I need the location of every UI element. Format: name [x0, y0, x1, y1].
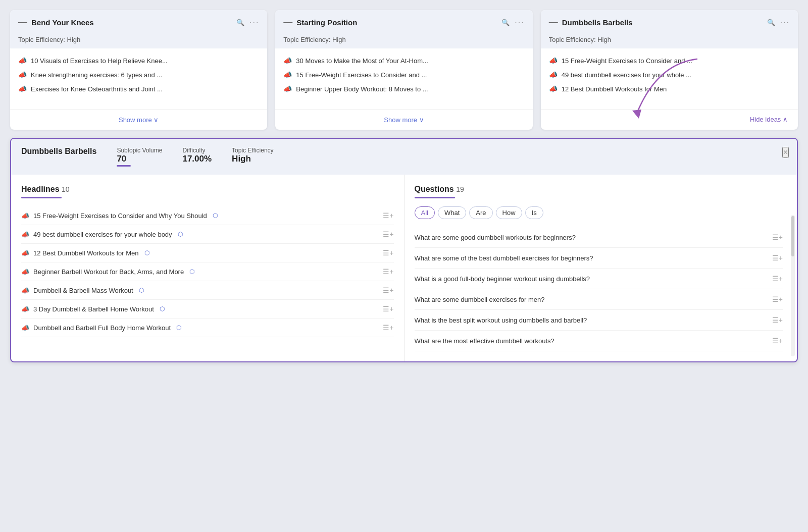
headline-text: 3 Day Dumbbell & Barbell Home Workout [33, 305, 154, 313]
card-bend-your-knees: — Bend Your Knees 🔍 ··· Topic Efficiency… [10, 10, 267, 130]
filter-tab-all[interactable]: All [415, 206, 435, 219]
question-item: What is a good full-body beginner workou… [415, 269, 783, 289]
top-cards-section: — Bend Your Knees 🔍 ··· Topic Efficiency… [10, 10, 798, 130]
list-add-icon[interactable]: ☰+ [772, 275, 783, 283]
search-icon[interactable]: 🔍 [236, 19, 244, 26]
difficulty-stat: Difficulty 17.00% [182, 147, 212, 164]
scrollbar-track[interactable] [791, 215, 795, 356]
megaphone-icon: 📣 [21, 324, 29, 332]
card-header-right: 🔍 ··· [236, 18, 259, 27]
external-link-icon[interactable]: ⬡ [213, 212, 218, 219]
more-icon[interactable]: ··· [515, 18, 524, 27]
scrollbar-thumb[interactable] [791, 216, 794, 256]
card-title-bend-your-knees: Bend Your Knees [31, 18, 94, 27]
more-icon[interactable]: ··· [780, 18, 790, 27]
questions-count: 19 [456, 185, 464, 193]
card-dash: — [549, 17, 558, 28]
card-subtitle-bend-your-knees: Topic Efficiency: High [10, 33, 267, 48]
list-add-icon[interactable]: ☰+ [383, 305, 393, 313]
headline-item: 📣 Dumbbell and Barbell Full Body Home Wo… [21, 318, 394, 337]
card-header-right: 🔍 ··· [767, 18, 790, 27]
question-text: What are some of the best dumbbell exerc… [415, 254, 772, 262]
panel-close-button[interactable]: × [782, 147, 789, 158]
headline-item-left: 📣 Dumbbell and Barbell Full Body Home Wo… [21, 324, 383, 332]
headline-item: 📣 12 Best Dumbbell Workouts for Men ⬡ ☰+ [21, 244, 394, 262]
subtopic-volume-value: 70 [117, 154, 126, 164]
headline-text: Dumbbell & Barbell Mass Workout [33, 287, 133, 294]
subtopic-volume-label: Subtopic Volume [117, 147, 162, 154]
list-add-icon[interactable]: ☰+ [772, 295, 783, 303]
filter-tab-are[interactable]: Are [469, 206, 492, 219]
topic-efficiency-label: Topic Efficiency [232, 147, 273, 154]
question-text: What are the most effective dumbbell wor… [415, 337, 772, 345]
subtopic-volume-underline [117, 165, 131, 167]
hide-ideas-link[interactable]: Hide ideas ∧ [750, 116, 788, 123]
list-add-icon[interactable]: ☰+ [772, 316, 783, 324]
headline-text: 12 Best Dumbbell Workouts for Men [562, 85, 667, 93]
headlines-title: Headlines 10 [21, 185, 394, 194]
list-add-icon[interactable]: ☰+ [383, 286, 393, 294]
show-more-link[interactable]: Show more ∨ [384, 116, 424, 124]
megaphone-icon: 📣 [283, 71, 292, 79]
megaphone-icon: 📣 [21, 212, 29, 220]
question-text: What are some good dumbbell workouts for… [415, 234, 772, 241]
search-icon[interactable]: 🔍 [501, 19, 510, 26]
question-item: What is the best split workout using dum… [415, 310, 783, 331]
card-starting-position: — Starting Position 🔍 ··· Topic Efficien… [275, 10, 532, 130]
headline-text: Beginner Upper Body Workout: 8 Moves to … [296, 85, 428, 93]
headline-text: 15 Free-Weight Exercises to Consider and… [296, 71, 427, 79]
external-link-icon[interactable]: ⬡ [139, 287, 144, 294]
show-more-link[interactable]: Show more ∨ [119, 116, 159, 124]
question-text: What is the best split workout using dum… [415, 316, 772, 324]
headline-item: 📣 49 best dumbbell exercises for your wh… [21, 225, 394, 244]
external-link-icon[interactable]: ⬡ [176, 324, 181, 331]
more-icon[interactable]: ··· [249, 18, 259, 27]
headline-item-left: 📣 49 best dumbbell exercises for your wh… [21, 231, 383, 238]
headline-item: 📣 15 Free-Weight Exercises to Consider a… [21, 206, 394, 225]
list-item: 📣 15 Free-Weight Exercises to Consider a… [549, 57, 790, 65]
card-footer-starting-position: Show more ∨ [275, 109, 532, 130]
questions-list[interactable]: What are some good dumbbell workouts for… [415, 227, 787, 351]
external-link-icon[interactable]: ⬡ [160, 305, 165, 312]
headline-item: 📣 Dumbbell & Barbell Mass Workout ⬡ ☰+ [21, 281, 394, 300]
list-add-icon[interactable]: ☰+ [383, 249, 393, 257]
card-header-left: — Bend Your Knees [18, 17, 94, 28]
headlines-section: Headlines 10 📣 15 Free-Weight Exercises … [11, 175, 405, 361]
headline-item: 📣 Beginner Barbell Workout for Back, Arm… [21, 262, 394, 281]
megaphone-icon: 📣 [18, 57, 27, 65]
headline-item-left: 📣 Dumbbell & Barbell Mass Workout ⬡ [21, 287, 383, 294]
external-link-icon[interactable]: ⬡ [144, 249, 149, 256]
headline-item-left: 📣 15 Free-Weight Exercises to Consider a… [21, 212, 383, 220]
megaphone-icon: 📣 [549, 71, 558, 79]
megaphone-icon: 📣 [18, 85, 27, 93]
topic-efficiency-value: High [232, 154, 251, 164]
list-add-icon[interactable]: ☰+ [772, 233, 783, 241]
card-dash: — [18, 17, 27, 28]
list-add-icon[interactable]: ☰+ [383, 268, 393, 276]
headline-text: 12 Best Dumbbell Workouts for Men [33, 249, 139, 257]
question-text: What are some dumbbell exercises for men… [415, 296, 772, 303]
external-link-icon[interactable]: ⬡ [178, 231, 183, 238]
questions-title: Questions 19 [415, 185, 787, 194]
list-add-icon[interactable]: ☰+ [383, 324, 393, 332]
megaphone-icon: 📣 [21, 287, 29, 294]
card-footer-dumbbells-barbells: Hide ideas ∧ [541, 109, 798, 129]
card-dash: — [283, 17, 292, 28]
megaphone-icon: 📣 [549, 85, 558, 93]
filter-tab-what[interactable]: What [438, 206, 466, 219]
list-add-icon[interactable]: ☰+ [383, 211, 393, 220]
search-icon[interactable]: 🔍 [767, 19, 775, 26]
headline-text: 49 best dumbbell exercises for your whol… [562, 71, 691, 79]
headline-text: 15 Free-Weight Exercises to Consider and… [33, 212, 207, 220]
filter-tab-how[interactable]: How [496, 206, 522, 219]
list-add-icon[interactable]: ☰+ [772, 254, 783, 262]
filter-tab-is[interactable]: Is [525, 206, 543, 219]
list-add-icon[interactable]: ☰+ [383, 230, 393, 238]
megaphone-icon: 📣 [21, 305, 29, 313]
card-title-dumbbells-barbells: Dumbbells Barbells [562, 18, 633, 27]
difficulty-label: Difficulty [182, 147, 205, 154]
megaphone-icon: 📣 [18, 71, 27, 79]
external-link-icon[interactable]: ⬡ [189, 268, 194, 275]
list-add-icon[interactable]: ☰+ [772, 337, 783, 345]
question-item: What are some good dumbbell workouts for… [415, 227, 783, 248]
